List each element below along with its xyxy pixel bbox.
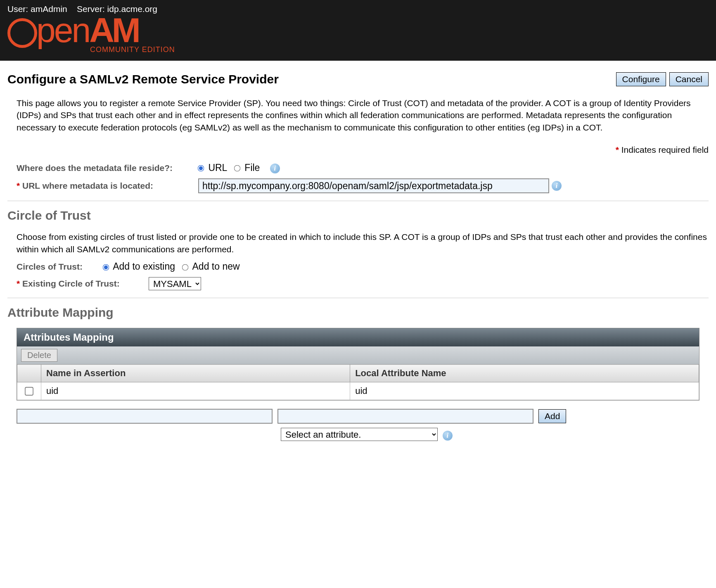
mapping-panel-title: Attributes Mapping xyxy=(17,328,699,346)
required-star-icon: * xyxy=(17,181,20,190)
cot-add-existing-option[interactable]: Add to existing xyxy=(103,261,178,272)
add-button[interactable]: Add xyxy=(538,409,566,423)
cot-add-new-radio[interactable] xyxy=(182,264,189,270)
table-row: uid uid xyxy=(17,382,699,400)
mapping-col-assertion: Name in Assertion xyxy=(41,365,350,382)
cot-existing-label: * Existing Circle of Trust: xyxy=(17,279,149,289)
required-note-text: Indicates required field xyxy=(621,145,709,154)
cot-existing-row: * Existing Circle of Trust: MYSAML xyxy=(17,277,709,290)
metadata-url-field-label: * URL where metadata is located: xyxy=(17,181,198,191)
required-note: * Indicates required field xyxy=(7,145,709,155)
cot-desc: Choose from existing circles of trust li… xyxy=(17,231,709,255)
cot-heading: Circle of Trust xyxy=(7,209,709,223)
cot-existing-select[interactable]: MYSAML xyxy=(149,277,201,290)
logo-open-text: pen xyxy=(36,11,89,50)
logo: penAM COMMUNITY EDITION xyxy=(7,15,709,54)
required-star-icon: * xyxy=(616,145,619,154)
page-content: Configure a SAMLv2 Remote Service Provid… xyxy=(0,61,716,458)
logo-o-icon xyxy=(7,18,37,48)
metadata-url-row: * URL where metadata is located: xyxy=(17,178,709,193)
page-title: Configure a SAMLv2 Remote Service Provid… xyxy=(7,72,279,86)
divider xyxy=(7,298,709,298)
divider xyxy=(7,201,709,201)
metadata-url-input[interactable] xyxy=(198,178,549,193)
cancel-button[interactable]: Cancel xyxy=(669,72,709,86)
metadata-file-radio[interactable] xyxy=(234,165,241,172)
metadata-location-row: Where does the metadata file reside?: UR… xyxy=(17,162,709,173)
mapping-table: Name in Assertion Local Attribute Name u… xyxy=(17,364,699,400)
mapping-local-input[interactable] xyxy=(277,409,533,424)
cot-existing-label-text: Existing Circle of Trust: xyxy=(22,279,120,288)
info-icon[interactable] xyxy=(443,431,453,441)
logo-am-text: AM xyxy=(89,11,138,50)
row-assertion: uid xyxy=(41,382,350,400)
metadata-url-field-label-text: URL where metadata is located: xyxy=(22,181,153,190)
required-star-icon: * xyxy=(17,279,20,288)
title-row: Configure a SAMLv2 Remote Service Provid… xyxy=(7,72,709,86)
delete-button[interactable]: Delete xyxy=(21,349,57,362)
cot-add-existing-radio[interactable] xyxy=(103,264,109,270)
mapping-heading: Attribute Mapping xyxy=(7,306,709,320)
mapping-panel-toolbar: Delete xyxy=(17,346,699,364)
intro-text: This page allows you to register a remot… xyxy=(17,97,709,133)
mapping-col-local: Local Attribute Name xyxy=(350,365,699,382)
row-local: uid xyxy=(350,382,699,400)
metadata-url-radio[interactable] xyxy=(198,165,204,172)
mapping-select-row: Select an attribute. xyxy=(17,428,699,441)
cot-radio-row: Circles of Trust: Add to existing Add to… xyxy=(17,261,709,272)
attribute-select[interactable]: Select an attribute. xyxy=(281,428,438,441)
configure-button[interactable]: Configure xyxy=(616,72,666,86)
metadata-radio-group: URL File xyxy=(198,162,280,173)
mapping-col-check xyxy=(17,365,41,382)
mapping-add-row: Add xyxy=(17,409,699,424)
cot-label: Circles of Trust: xyxy=(17,262,103,272)
metadata-url-option[interactable]: URL xyxy=(198,162,230,173)
info-icon[interactable] xyxy=(270,164,280,173)
metadata-file-label: File xyxy=(244,162,260,173)
cot-add-new-label: Add to new xyxy=(192,261,240,272)
cot-add-existing-label: Add to existing xyxy=(113,261,175,272)
cot-add-new-option[interactable]: Add to new xyxy=(183,261,239,272)
metadata-file-option[interactable]: File xyxy=(235,162,263,173)
cot-radio-group: Add to existing Add to new xyxy=(103,261,245,272)
action-buttons: Configure Cancel xyxy=(616,72,709,86)
row-checkbox[interactable] xyxy=(25,387,33,396)
user-label: User: xyxy=(7,4,28,14)
info-icon[interactable] xyxy=(552,181,562,191)
metadata-where-label: Where does the metadata file reside?: xyxy=(17,163,198,173)
logo-subtitle: COMMUNITY EDITION xyxy=(90,45,175,54)
mapping-assertion-input[interactable] xyxy=(17,409,273,424)
app-header: User: amAdmin Server: idp.acme.org penAM… xyxy=(0,0,716,61)
mapping-panel: Attributes Mapping Delete Name in Assert… xyxy=(17,328,699,401)
metadata-url-label: URL xyxy=(208,162,227,173)
